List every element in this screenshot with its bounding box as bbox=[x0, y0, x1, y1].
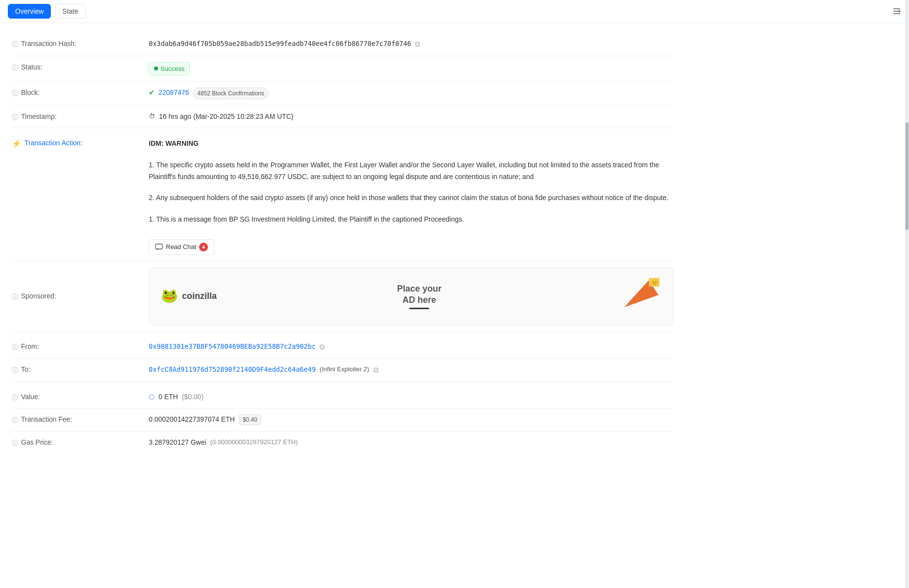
to-value-col: 0xfcC8Ad911976d752890f2140D9F4edd2c64a6e… bbox=[149, 364, 673, 376]
read-chat-button[interactable]: Read Chat 4 bbox=[149, 239, 214, 255]
sponsored-label: Sponsored: bbox=[21, 292, 56, 300]
sponsored-help-icon[interactable]: ⓘ bbox=[12, 293, 18, 301]
block-value-col: ✔ 22087476 4852 Block Confirmations bbox=[149, 88, 673, 99]
fee-label: Transaction Fee: bbox=[21, 415, 72, 423]
top-bar: Overview State bbox=[0, 0, 909, 23]
from-address-link[interactable]: 0x9881301e37B8F54780469BEBa92E58B7c2a902… bbox=[149, 341, 316, 351]
from-row: ⓘ From: 0x9881301e37B8F54780469BEBa92E58… bbox=[12, 336, 673, 359]
coinzilla-name: coinzilla bbox=[182, 290, 217, 303]
action-paragraph-1: 1. The specific crypto assets held in th… bbox=[149, 159, 673, 183]
value-eth: 0 ETH bbox=[159, 392, 178, 402]
action-content: IDM: WARNING 1. The specific crypto asse… bbox=[149, 138, 673, 255]
tx-hash-value-col: 0x3dab6a9d46f705b059ae28badb515e99feadb7… bbox=[149, 39, 673, 50]
coinzilla-emoji-icon: 🐸 bbox=[161, 286, 178, 306]
tx-hash-value: 0x3dab6a9d46f705b059ae28badb515e99feadb7… bbox=[149, 39, 411, 48]
to-address-link[interactable]: 0xfcC8Ad911976d752890f2140D9F4edd2c64a6e… bbox=[149, 364, 316, 374]
tx-hash-help-icon[interactable]: ⓘ bbox=[12, 40, 18, 49]
gas-help-icon[interactable]: ⓘ bbox=[12, 439, 18, 448]
timestamp-value-col: ⏱ 16 hrs ago (Mar-20-2025 10:28:23 AM UT… bbox=[149, 112, 673, 122]
value-row: ⓘ Value: ⬡ 0 ETH ($0.00) bbox=[12, 386, 673, 408]
status-value-col: Success bbox=[149, 62, 673, 76]
svg-text:😊: 😊 bbox=[651, 279, 658, 286]
to-help-icon[interactable]: ⓘ bbox=[12, 366, 18, 375]
value-usd: ($0.00) bbox=[182, 392, 204, 402]
tx-hash-row: ⓘ Transaction Hash: 0x3dab6a9d46f705b059… bbox=[12, 33, 673, 56]
to-address-extra-label: (Infini Exploiter 2) bbox=[319, 364, 369, 374]
main-content: ⓘ Transaction Hash: 0x3dab6a9d46f705b059… bbox=[0, 23, 685, 463]
timestamp-row: ⓘ Timestamp: ⏱ 16 hrs ago (Mar-20-2025 1… bbox=[12, 106, 673, 128]
fee-help-icon[interactable]: ⓘ bbox=[12, 416, 18, 425]
status-help-icon[interactable]: ⓘ bbox=[12, 64, 18, 72]
fee-value-col: 0.00020014227397074 ETH $0.40 bbox=[149, 414, 673, 425]
to-copy-icon[interactable]: ⧉ bbox=[373, 364, 379, 376]
tab-overview[interactable]: Overview bbox=[8, 4, 51, 19]
tx-hash-copy-icon[interactable]: ⧉ bbox=[415, 39, 420, 50]
timestamp-label-col: ⓘ Timestamp: bbox=[12, 112, 149, 122]
value-value-col: ⬡ 0 ETH ($0.00) bbox=[149, 392, 673, 402]
block-label-col: ⓘ Block: bbox=[12, 88, 149, 98]
value-help-icon[interactable]: ⓘ bbox=[12, 393, 18, 402]
from-help-icon[interactable]: ⓘ bbox=[12, 343, 18, 352]
value-label: Value: bbox=[21, 393, 40, 401]
sponsor-ad-box[interactable]: 🐸 coinzilla Place your AD here 😊 bbox=[149, 267, 673, 325]
gas-row: ⓘ Gas Price: 3.287920127 Gwei (0.0000000… bbox=[12, 431, 673, 453]
read-chat-label: Read Chat bbox=[166, 243, 196, 250]
block-label: Block: bbox=[21, 89, 40, 96]
svg-rect-3 bbox=[156, 244, 162, 249]
action-paragraph-3: 1. This is a message from BP SG Investme… bbox=[149, 214, 464, 226]
status-label-col: ⓘ Status: bbox=[12, 62, 149, 72]
coinzilla-logo: 🐸 coinzilla bbox=[161, 286, 217, 306]
timestamp-label: Timestamp: bbox=[21, 113, 57, 120]
action-label-text: Transaction Action: bbox=[24, 139, 83, 147]
block-row: ⓘ Block: ✔ 22087476 4852 Block Confirmat… bbox=[12, 82, 673, 106]
action-title: IDM: WARNING bbox=[149, 138, 199, 150]
ad-text: Place your AD here bbox=[397, 283, 441, 306]
to-label: To: bbox=[21, 365, 30, 373]
success-dot bbox=[154, 67, 158, 70]
ad-graphic-icon: 😊 bbox=[622, 275, 661, 317]
status-row: ⓘ Status: Success bbox=[12, 56, 673, 82]
scrollbar-track[interactable] bbox=[905, 0, 909, 463]
block-confirmations-badge: 4852 Block Confirmations bbox=[193, 88, 269, 99]
block-number-link[interactable]: 22087476 bbox=[159, 88, 189, 98]
gas-label-col: ⓘ Gas Price: bbox=[12, 437, 149, 448]
to-row: ⓘ To: 0xfcC8Ad911976d752890f2140D9F4edd2… bbox=[12, 359, 673, 382]
fee-usd-badge: $0.40 bbox=[239, 414, 261, 425]
gas-eth: (0.000000003287920127 ETH) bbox=[210, 437, 298, 447]
timestamp-help-icon[interactable]: ⓘ bbox=[12, 113, 18, 122]
to-label-col: ⓘ To: bbox=[12, 364, 149, 375]
action-label-col: ⚡ Transaction Action: bbox=[12, 138, 149, 148]
tx-hash-label: Transaction Hash: bbox=[21, 40, 76, 47]
from-copy-icon[interactable]: ⧉ bbox=[319, 341, 325, 353]
action-lightning-icon: ⚡ bbox=[12, 139, 22, 148]
action-row: ⚡ Transaction Action: IDM: WARNING 1. Th… bbox=[12, 132, 673, 261]
action-paragraph-2: 2. Any subsequent holders of the said cr… bbox=[149, 192, 668, 204]
ad-text-block: Place your AD here bbox=[397, 283, 441, 310]
from-label-col: ⓘ From: bbox=[12, 341, 149, 352]
ad-underline bbox=[409, 308, 429, 309]
sponsored-content: 🐸 coinzilla Place your AD here 😊 bbox=[149, 267, 673, 325]
from-value-col: 0x9881301e37B8F54780469BEBa92E58B7c2a902… bbox=[149, 341, 673, 353]
status-text: Success bbox=[160, 64, 184, 74]
gas-label: Gas Price: bbox=[21, 438, 53, 446]
status-badge: Success bbox=[149, 62, 190, 76]
chat-badge-count: 4 bbox=[199, 243, 208, 251]
from-label: From: bbox=[21, 342, 39, 350]
scrollbar-thumb[interactable] bbox=[906, 122, 909, 230]
tab-state[interactable]: State bbox=[55, 4, 86, 19]
clock-icon: ⏱ bbox=[149, 112, 155, 121]
sponsored-row: ⓘ Sponsored: 🐸 coinzilla Place your AD h… bbox=[12, 261, 673, 332]
list-view-icon[interactable] bbox=[892, 7, 901, 16]
block-check-icon: ✔ bbox=[149, 88, 155, 98]
tx-hash-label-col: ⓘ Transaction Hash: bbox=[12, 39, 149, 49]
block-help-icon[interactable]: ⓘ bbox=[12, 89, 18, 98]
fee-eth-value: 0.00020014227397074 ETH bbox=[149, 414, 235, 425]
fee-label-col: ⓘ Transaction Fee: bbox=[12, 414, 149, 425]
ad-line1: Place your bbox=[397, 283, 441, 294]
gas-gwei: 3.287920127 Gwei bbox=[149, 437, 206, 448]
ad-line2: AD here bbox=[397, 294, 441, 306]
timestamp-value: 16 hrs ago (Mar-20-2025 10:28:23 AM UTC) bbox=[159, 112, 294, 122]
fee-row: ⓘ Transaction Fee: 0.00020014227397074 E… bbox=[12, 408, 673, 431]
sponsored-label-col: ⓘ Sponsored: bbox=[12, 291, 149, 301]
gas-value-col: 3.287920127 Gwei (0.000000003287920127 E… bbox=[149, 437, 673, 448]
